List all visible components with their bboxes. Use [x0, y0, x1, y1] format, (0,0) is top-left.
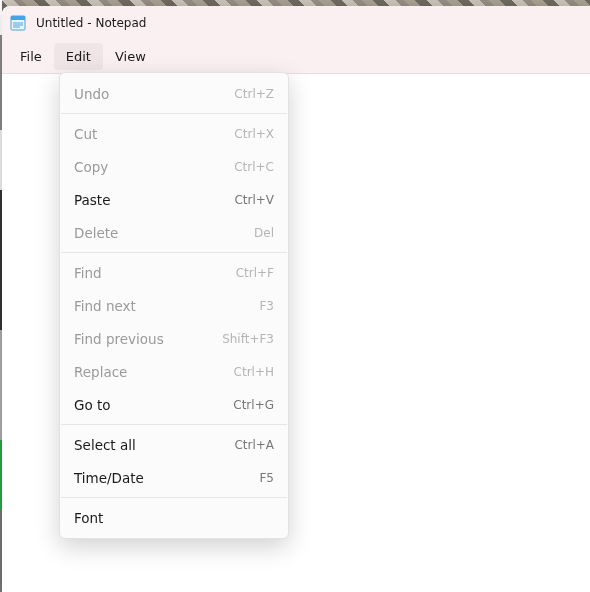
- menu-item-label: Paste: [74, 192, 110, 208]
- notepad-icon: [10, 15, 26, 31]
- edit-menu-dropdown: UndoCtrl+ZCutCtrl+XCopyCtrl+CPasteCtrl+V…: [59, 72, 289, 539]
- notepad-window: Untitled - Notepad File Edit View UndoCt…: [2, 6, 590, 592]
- menu-item-find-next: Find nextF3: [60, 289, 288, 322]
- menu-item-shortcut: Ctrl+F: [236, 266, 274, 280]
- menu-item-shortcut: Ctrl+Z: [234, 87, 274, 101]
- menu-item-shortcut: Ctrl+V: [234, 193, 274, 207]
- menu-item-label: Delete: [74, 225, 118, 241]
- menu-item-find: FindCtrl+F: [60, 256, 288, 289]
- menu-item-cut: CutCtrl+X: [60, 117, 288, 150]
- menu-item-shortcut: Ctrl+G: [233, 398, 274, 412]
- desktop-background: Untitled - Notepad File Edit View UndoCt…: [0, 0, 590, 592]
- menu-item-label: Select all: [74, 437, 136, 453]
- menu-item-delete: DeleteDel: [60, 216, 288, 249]
- menu-separator: [61, 497, 287, 498]
- menu-file[interactable]: File: [8, 43, 54, 70]
- menu-item-label: Time/Date: [74, 470, 144, 486]
- menu-item-go-to[interactable]: Go toCtrl+G: [60, 388, 288, 421]
- svg-rect-1: [11, 16, 25, 20]
- menu-item-font[interactable]: Font: [60, 501, 288, 534]
- menu-item-label: Copy: [74, 159, 108, 175]
- menu-item-find-previous: Find previousShift+F3: [60, 322, 288, 355]
- menu-item-shortcut: F5: [259, 471, 274, 485]
- menu-item-label: Find: [74, 265, 102, 281]
- menu-view[interactable]: View: [103, 43, 158, 70]
- menu-item-paste[interactable]: PasteCtrl+V: [60, 183, 288, 216]
- menu-item-time-date[interactable]: Time/DateF5: [60, 461, 288, 494]
- menu-item-shortcut: Ctrl+A: [234, 438, 274, 452]
- menu-item-label: Font: [74, 510, 103, 526]
- menu-separator: [61, 424, 287, 425]
- menu-item-label: Find next: [74, 298, 136, 314]
- menu-item-shortcut: Ctrl+H: [234, 365, 274, 379]
- menu-item-label: Replace: [74, 364, 127, 380]
- menu-item-replace: ReplaceCtrl+H: [60, 355, 288, 388]
- menu-item-shortcut: Ctrl+X: [234, 127, 274, 141]
- menu-item-shortcut: Del: [254, 226, 274, 240]
- menu-item-shortcut: Ctrl+C: [234, 160, 274, 174]
- menu-edit[interactable]: Edit: [54, 43, 103, 70]
- menu-item-label: Undo: [74, 86, 109, 102]
- menu-item-label: Find previous: [74, 331, 164, 347]
- menu-separator: [61, 252, 287, 253]
- menu-item-undo: UndoCtrl+Z: [60, 77, 288, 110]
- menu-item-shortcut: F3: [259, 299, 274, 313]
- menu-item-label: Cut: [74, 126, 97, 142]
- menu-item-label: Go to: [74, 397, 111, 413]
- menu-item-shortcut: Shift+F3: [222, 332, 274, 346]
- menu-item-copy: CopyCtrl+C: [60, 150, 288, 183]
- menu-bar: File Edit View: [2, 40, 590, 74]
- window-title: Untitled - Notepad: [36, 16, 146, 30]
- menu-separator: [61, 113, 287, 114]
- menu-item-select-all[interactable]: Select allCtrl+A: [60, 428, 288, 461]
- title-bar[interactable]: Untitled - Notepad: [2, 6, 590, 40]
